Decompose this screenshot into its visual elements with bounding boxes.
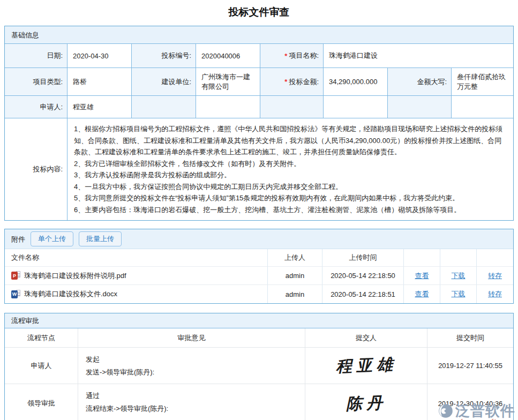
applicant-value: 程亚雄 [67,96,132,118]
opinion-cell: 发起 发送->领导审批(陈丹): [78,348,305,384]
project-name-label: *项目名称: [260,44,324,68]
attachment-row: W 珠海鹤港口建设投标文件.docx admin 2020-05-14 22:1… [5,285,513,303]
bid-content-label: 投标内容: [5,118,67,220]
action-header-empty [477,249,513,267]
opinion-line: 通过 [86,389,297,402]
opinion-header: 审批意见 [78,328,305,348]
bid-content-line: 6、主要内容包括：珠海港口的岩石爆破、挖一般土方、挖沟槽、基坑土方、灌注桩检测管… [74,204,507,216]
basic-info-row-2: 项目类型: 路桥 建设单位: 广州珠海市一建有限公司 *投标金额: 34,290… [5,68,513,96]
opinion-line: 发起 [86,353,297,366]
upload-time-header: 上传时间 [322,249,404,267]
action-header-empty [404,249,440,267]
required-mark: * [284,52,287,60]
view-link[interactable]: 查看 [415,289,429,299]
file-name-header: 文件名称 [5,249,268,267]
approval-section-title: 流程审批 [5,313,513,328]
file-name: 珠海鹤港口建设投标附件说明.pdf [24,271,126,281]
download-link[interactable]: 下载 [452,271,466,281]
action-header-empty [440,249,477,267]
attachments-section-title: 附件 [11,229,25,249]
basic-info-section-title: 基础信息 [5,26,513,44]
file-name-cell: W 珠海鹤港口建设投标文件.docx [5,285,268,303]
date-label: 日期: [5,44,67,68]
basic-info-section: 基础信息 日期: 2020-04-30 投标编号: 2020040006 *项目… [4,26,514,221]
signature: 陈丹 [346,392,387,415]
opinion-cell: 通过 流程结束->领导审批(陈丹): [78,384,305,420]
opinion-line: 流程结束->领导审批(陈丹): [86,402,297,415]
project-type-label: 项目类型: [5,68,67,95]
bid-content-line: 4、一旦我方中标，我方保证按照合同协议中规定的工期日历天内完成并移交全部工程。 [74,181,507,193]
bid-content-line: 5、我方同意所提交的投标文件在“投标申请人须知”第15条规定的投标有效期内有效，… [74,192,507,204]
file-name: 珠海鹤港口建设投标文件.docx [24,289,117,299]
approval-table-header: 流程节点 审批意见 提交人 提交时间 [5,328,513,348]
uploader-cell: admin [268,267,322,285]
transfer-link[interactable]: 转存 [488,271,502,281]
build-unit-value: 广州珠海市一建有限公司 [196,68,260,95]
approval-section: 流程审批 流程节点 审批意见 提交人 提交时间 申请人 发起 发送->领导审批(… [4,313,514,420]
project-name-value: 珠海鹤港口建设 [324,44,513,68]
approval-row: 领导审批 通过 流程结束->领导审批(陈丹): 陈丹 2019-12-30 10… [5,384,513,420]
build-unit-label: 建设单位: [132,68,196,95]
upload-time-cell: 2020-05-14 22:18:51 [322,285,404,303]
download-link[interactable]: 下载 [452,289,466,299]
attachments-table-header: 文件名称 上传人 上传时间 [5,249,513,267]
page: 投标文件审查 基础信息 日期: 2020-04-30 投标编号: 2020040… [0,0,518,420]
amount-caps-label: 金额大写: [388,68,452,95]
attachment-row: P 珠海鹤港口建设投标附件说明.pdf admin 2020-05-14 22:… [5,267,513,285]
bid-amount-value: 34,290,000.000 [324,68,388,95]
empty-value-cell [452,96,513,118]
empty-label-cell [388,96,452,118]
attachments-section: 附件 单个上传 批量上传 文件名称 上传人 上传时间 P 珠海鹤港口建设投标附件… [4,229,514,304]
bid-no-value: 2020040006 [196,44,260,68]
node-cell: 申请人 [5,348,78,384]
bid-no-label: 投标编号: [132,44,196,68]
basic-info-row-1: 日期: 2020-04-30 投标编号: 2020040006 *项目名称: 珠… [5,44,513,68]
empty-value-cell [324,96,388,118]
attachments-header-bar: 附件 单个上传 批量上传 [5,229,513,249]
bid-content-value: 1、根据你方招标项目编号为的工程招标文件，遵照《中华人民共和国招投标法》等有关规… [67,118,513,220]
single-upload-button[interactable]: 单个上传 [31,231,73,246]
bid-content-line: 1、根据你方招标项目编号为的工程招标文件，遵照《中华人民共和国招投标法》等有关规… [74,123,507,158]
submitter-cell: 陈丹 [305,384,427,420]
empty-label-cell [132,96,196,118]
bid-content-line: 2、我方已详细审核全部招标文件，包括修改文件（如有时）及有关附件。 [74,158,507,170]
submitter-cell: 程亚雄 [305,348,427,384]
word-file-icon: W [11,290,20,299]
opinion-line: 发送->领导审批(陈丹): [86,366,297,379]
required-mark: * [284,78,287,86]
empty-label-cell [260,96,324,118]
submit-time-cell: 2019-12-27 11:40:55 [427,348,513,384]
uploader-header: 上传人 [268,249,322,267]
submit-time-header: 提交时间 [427,328,513,348]
project-type-value: 路桥 [67,68,132,95]
page-title: 投标文件审查 [4,5,514,19]
date-value: 2020-04-30 [67,44,132,68]
batch-upload-button[interactable]: 批量上传 [79,231,122,246]
node-cell: 领导审批 [5,384,78,420]
file-name-cell: P 珠海鹤港口建设投标附件说明.pdf [5,267,268,285]
bid-content-line: 3、我方承认投标函附录是我方投标函的组成部分。 [74,169,507,181]
approval-row: 申请人 发起 发送->领导审批(陈丹): 程亚雄 2019-12-27 11:4… [5,348,513,384]
uploader-cell: admin [268,285,322,303]
submit-time-cell: 2019-12-30 10:40:36 [427,384,513,420]
submitter-header: 提交人 [305,328,427,348]
bid-amount-label: *投标金额: [260,68,324,95]
amount-caps-value: 叁仟肆佰贰拾玖万元整 [452,68,513,95]
basic-info-row-3: 申请人: 程亚雄 [5,96,513,118]
empty-value-cell [196,96,260,118]
applicant-label: 申请人: [5,96,67,118]
basic-info-row-4: 投标内容: 1、根据你方招标项目编号为的工程招标文件，遵照《中华人民共和国招投标… [5,118,513,220]
pdf-file-icon: P [11,271,20,280]
transfer-link[interactable]: 转存 [488,289,502,299]
node-header: 流程节点 [5,328,78,348]
signature: 程亚雄 [335,354,397,378]
view-link[interactable]: 查看 [415,271,429,281]
upload-time-cell: 2020-05-14 22:18:50 [322,267,404,285]
